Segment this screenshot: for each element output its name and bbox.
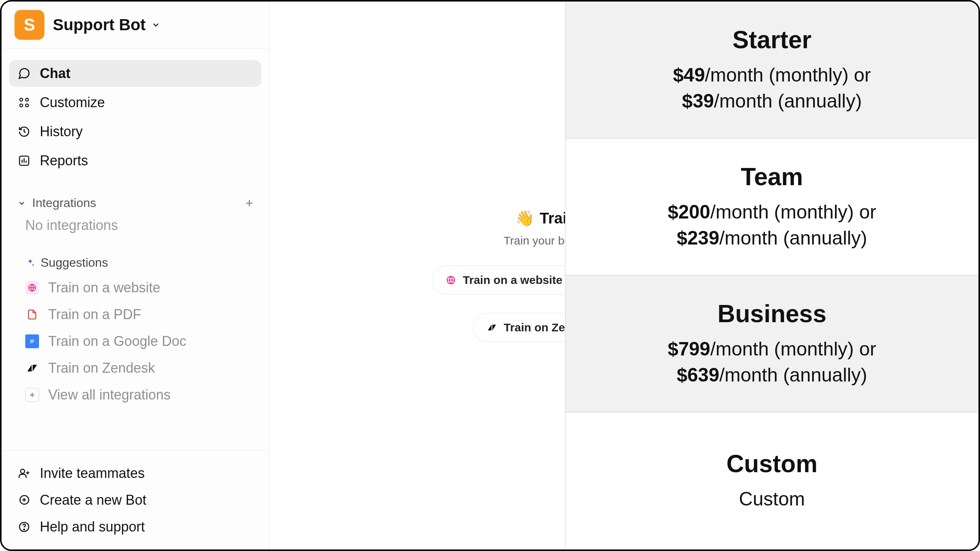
tier-price: $49/month (monthly) or $39/month (annual…	[673, 62, 871, 114]
svg-point-12	[21, 469, 25, 473]
tier-name: Custom	[726, 450, 817, 478]
svg-rect-11	[30, 342, 33, 343]
tier-price: $799/month (monthly) or $639/month (annu…	[668, 336, 876, 388]
svg-point-2	[20, 104, 23, 107]
suggestion-gdoc[interactable]: Train on a Google Doc	[9, 328, 261, 355]
new-bot-icon	[18, 494, 31, 507]
suggestion-label: Train on a PDF	[48, 306, 141, 323]
footer-label: Invite teammates	[40, 465, 145, 481]
chip-website[interactable]: Train on a website	[432, 266, 576, 295]
gdoc-icon	[25, 334, 39, 348]
sidebar-footer: Invite teammates Create a new Bot Help a…	[2, 450, 269, 549]
zendesk-icon	[25, 361, 39, 375]
integrations-header[interactable]: Integrations +	[9, 176, 261, 214]
svg-rect-9	[30, 340, 34, 341]
footer-label: Create a new Bot	[40, 492, 146, 508]
sidebar: S Support Bot Chat Customize History Rep…	[2, 2, 270, 549]
suggestion-pdf[interactable]: Train on a PDF	[9, 301, 261, 328]
nav-history[interactable]: History	[9, 118, 261, 145]
svg-point-0	[20, 98, 23, 101]
nav-section: Chat Customize History Reports Integrati…	[2, 49, 269, 408]
globe-icon	[25, 281, 39, 295]
svg-point-1	[26, 98, 29, 101]
chevron-down-icon	[151, 20, 160, 29]
suggestion-label: Train on Zendesk	[48, 360, 155, 376]
integrations-empty: No integrations	[9, 214, 261, 237]
nav-label: Reports	[40, 153, 88, 169]
nav-label: Chat	[40, 65, 70, 82]
chevron-down-icon	[18, 199, 26, 207]
bot-name-label: Support Bot	[53, 16, 146, 34]
reports-icon	[18, 154, 31, 167]
pdf-icon	[25, 308, 39, 321]
wave-emoji: 👋	[515, 209, 534, 227]
tier-team: Team $200/month (monthly) or $239/month …	[565, 139, 978, 276]
tier-starter: Starter $49/month (monthly) or $39/month…	[565, 2, 978, 139]
sparkle-icon	[25, 258, 35, 268]
nav-chat[interactable]: Chat	[9, 60, 261, 87]
bot-selector[interactable]: Support Bot	[53, 16, 160, 34]
help-support[interactable]: Help and support	[9, 514, 261, 540]
suggestion-label: Train on a website	[48, 280, 160, 296]
suggestions-label: Suggestions	[41, 256, 108, 270]
globe-icon	[445, 274, 457, 286]
zendesk-icon	[486, 322, 498, 333]
svg-rect-10	[30, 341, 34, 342]
sidebar-header: S Support Bot	[2, 2, 269, 49]
tier-custom: Custom Custom	[565, 412, 978, 549]
customize-icon	[18, 96, 31, 109]
pricing-panel: Starter $49/month (monthly) or $39/month…	[565, 2, 978, 549]
create-bot[interactable]: Create a new Bot	[9, 487, 261, 514]
nav-reports[interactable]: Reports	[9, 147, 261, 174]
suggestions-header: Suggestions	[9, 237, 261, 274]
suggestion-view-all[interactable]: + View all integrations	[9, 381, 261, 408]
tier-price: $200/month (monthly) or $239/month (annu…	[668, 199, 876, 251]
tier-name: Starter	[732, 26, 811, 54]
suggestion-zendesk[interactable]: Train on Zendesk	[9, 355, 261, 381]
invite-teammates[interactable]: Invite teammates	[9, 460, 261, 487]
chip-label: Train on a website	[463, 274, 562, 287]
suggestion-label: Train on a Google Doc	[48, 333, 186, 349]
invite-icon	[18, 467, 31, 480]
nav-label: History	[40, 124, 83, 140]
suggestion-label: View all integrations	[48, 387, 171, 403]
bot-logo: S	[15, 10, 44, 40]
nav-label: Customize	[40, 95, 105, 111]
svg-point-3	[26, 104, 29, 107]
add-integration-button[interactable]: +	[245, 196, 253, 210]
integrations-label: Integrations	[32, 196, 96, 210]
footer-label: Help and support	[40, 519, 145, 535]
tier-name: Team	[741, 163, 803, 191]
tier-name: Business	[717, 300, 826, 328]
help-icon	[18, 520, 31, 533]
svg-point-18	[24, 529, 24, 530]
tier-price: Custom	[739, 486, 805, 512]
plus-icon: +	[25, 388, 39, 402]
chat-icon	[18, 67, 31, 80]
nav-customize[interactable]: Customize	[9, 89, 261, 116]
tier-business: Business $799/month (monthly) or $639/mo…	[565, 276, 978, 412]
history-icon	[18, 125, 31, 138]
suggestion-website[interactable]: Train on a website	[9, 274, 261, 301]
